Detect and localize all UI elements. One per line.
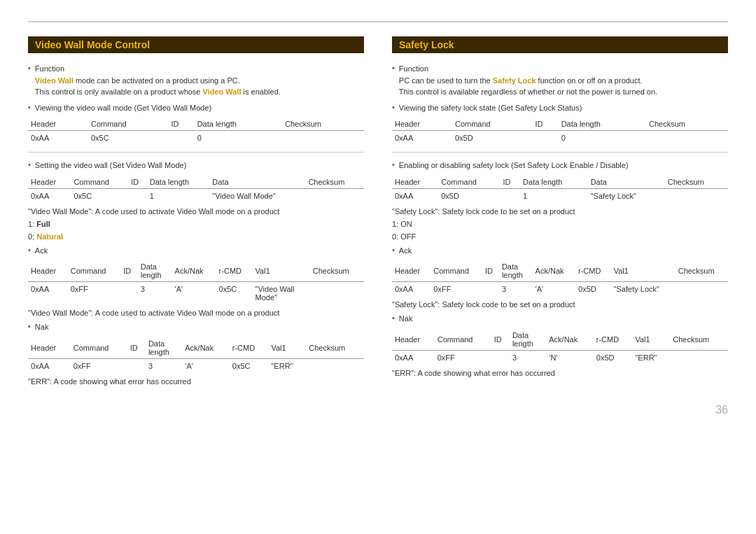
left-value2: 0: Natural (28, 232, 364, 241)
bullet-dot-4: • (28, 246, 31, 254)
rget-th-header: Header (392, 118, 452, 131)
rnak-th-command: Command (435, 329, 491, 351)
left-note2: "Video Wall Mode": A code used to activa… (28, 309, 364, 317)
left-ack-table: Header Command ID Datalength Ack/Nak r-C… (28, 260, 364, 304)
right-section-title-bar: Safety Lock (392, 36, 728, 53)
left-set-bullet: • Setting the video wall (Set Video Wall… (28, 160, 364, 171)
right-nak-table: Header Command ID Datalength Ack/Nak r-C… (392, 329, 728, 365)
rack-td-val1: "Safety Lock" (611, 282, 676, 297)
left-value1-label: 1: (28, 220, 36, 228)
left-get-title: Viewing the video wall mode (Get Video W… (35, 102, 211, 114)
ack-th-acknak: Ack/Nak (172, 260, 216, 282)
right-section-title: Safety Lock (399, 39, 454, 50)
right-ack-bullet: • Ack (392, 245, 728, 257)
rnak-th-acknak: Ack/Nak (546, 329, 594, 351)
right-ack-title: Ack (399, 245, 412, 257)
right-column: Safety Lock • Function PC can be used to… (392, 36, 728, 390)
table-row: 0xAA 0x5D 0 (392, 131, 728, 146)
main-content: Video Wall Mode Control • Function Video… (28, 36, 728, 390)
rack-td-command: 0xFF (430, 282, 482, 297)
top-border (28, 21, 728, 22)
rset-th-checksum: Checksum (665, 176, 728, 189)
right-func-text2: This control is available regardless of … (399, 87, 657, 96)
left-value1-val: Full (36, 220, 50, 228)
left-func-text2-post: is enabled. (241, 87, 281, 96)
nak-td-command: 0xFF (71, 358, 127, 373)
left-value1: 1: Full (28, 220, 364, 228)
rack-th-header: Header (392, 260, 430, 282)
bullet-dot-5: • (28, 322, 31, 330)
left-func-text2-pre: This control is only available on a prod… (35, 87, 203, 96)
table-row: 0xAA 0xFF 3 'A' 0x5C "Video WallMode" (28, 282, 364, 305)
left-value2-val: Natural (36, 232, 63, 241)
left-get-bullet: • Viewing the video wall mode (Get Video… (28, 102, 364, 114)
nak-td-checksum (306, 358, 364, 373)
right-bullet-dot-1: • (392, 64, 395, 72)
right-divider-1 (392, 152, 728, 153)
rget-td-id (533, 131, 559, 146)
rnak-td-datalength: 3 (510, 350, 546, 365)
right-get-bullet: • Viewing the safety lock state (Get Saf… (392, 102, 728, 114)
nak-td-acknak: 'A' (182, 358, 230, 373)
rget-th-checksum: Checksum (646, 118, 728, 131)
get-th-checksum: Checksum (282, 118, 364, 131)
right-bullet-dot-3: • (392, 160, 395, 169)
table-row: 0xAA 0x5C 1 "Video Wall Mode" (28, 188, 364, 203)
left-video-wall-gold-1: Video Wall (35, 76, 74, 85)
left-function-label: Function (35, 64, 64, 73)
right-value1-val: ON (400, 220, 412, 228)
left-ack-title: Ack (35, 245, 48, 257)
right-func-text1-post: function on or off on a product. (536, 76, 643, 85)
ack-td-command: 0xFF (68, 282, 121, 305)
rset-td-checksum (665, 188, 728, 203)
right-note2: "Safety Lock": Safety lock code to be se… (392, 300, 728, 309)
ack-td-checksum (310, 282, 364, 305)
rset-th-data: Data (588, 176, 665, 189)
rget-td-command: 0x5D (452, 131, 533, 146)
right-nak-bullet: • Nak (392, 313, 728, 325)
set-th-command: Command (71, 176, 128, 189)
right-set-title: Enabling or disabling safety lock (Set S… (399, 160, 629, 171)
left-function-bullet: • Function Video Wall mode can be activa… (28, 63, 364, 98)
rnak-td-rcmd: 0x5D (594, 350, 633, 365)
nak-td-datalength: 3 (146, 358, 182, 373)
rset-th-datalength: Data length (520, 176, 588, 189)
rack-th-datalength: Datalength (499, 260, 533, 282)
rack-th-id: ID (482, 260, 499, 282)
rnak-th-rcmd: r-CMD (594, 329, 633, 351)
get-td-command: 0x5C (88, 131, 169, 146)
left-set-title: Setting the video wall (Set Video Wall M… (35, 160, 186, 171)
right-set-bullet: • Enabling or disabling safety lock (Set… (392, 160, 728, 171)
left-get-table: Header Command ID Data length Checksum 0… (28, 118, 364, 145)
right-set-table: Header Command ID Data length Data Check… (392, 176, 728, 203)
set-td-data: "Video Wall Mode" (209, 188, 305, 203)
rnak-td-id (491, 350, 510, 365)
ack-th-rcmd: r-CMD (216, 260, 253, 282)
get-th-id: ID (169, 118, 195, 131)
ack-th-datalength: Datalength (138, 260, 172, 282)
rack-td-header: 0xAA (392, 282, 430, 297)
rack-td-id (482, 282, 499, 297)
left-video-wall-gold-2: Video Wall (203, 87, 241, 96)
right-function-text: Function PC can be used to turn the Safe… (399, 63, 657, 98)
left-column: Video Wall Mode Control • Function Video… (28, 36, 364, 390)
rnak-td-val1: "ERR" (632, 350, 670, 365)
nak-td-header: 0xAA (28, 358, 71, 373)
rget-td-header: 0xAA (392, 131, 452, 146)
rget-th-id: ID (533, 118, 559, 131)
rnak-td-header: 0xAA (392, 350, 435, 365)
ack-th-header: Header (28, 260, 68, 282)
right-get-title: Viewing the safety lock state (Get Safet… (399, 102, 582, 114)
table-row: 0xAA 0xFF 3 'A' 0x5D "Safety Lock" (392, 282, 728, 297)
rnak-th-checksum: Checksum (670, 329, 728, 351)
set-td-checksum (305, 188, 364, 203)
set-th-checksum: Checksum (305, 176, 364, 189)
left-nak-table: Header Command ID Datalength Ack/Nak r-C… (28, 337, 364, 373)
ack-th-checksum: Checksum (310, 260, 364, 282)
get-td-id (169, 131, 195, 146)
left-function-text: Function Video Wall mode can be activate… (35, 63, 281, 98)
bullet-dot-2: • (28, 103, 31, 111)
right-func-text1-pre: PC can be used to turn the (399, 76, 493, 85)
nak-th-rcmd: r-CMD (230, 337, 269, 359)
ack-th-val1: Val1 (253, 260, 310, 282)
